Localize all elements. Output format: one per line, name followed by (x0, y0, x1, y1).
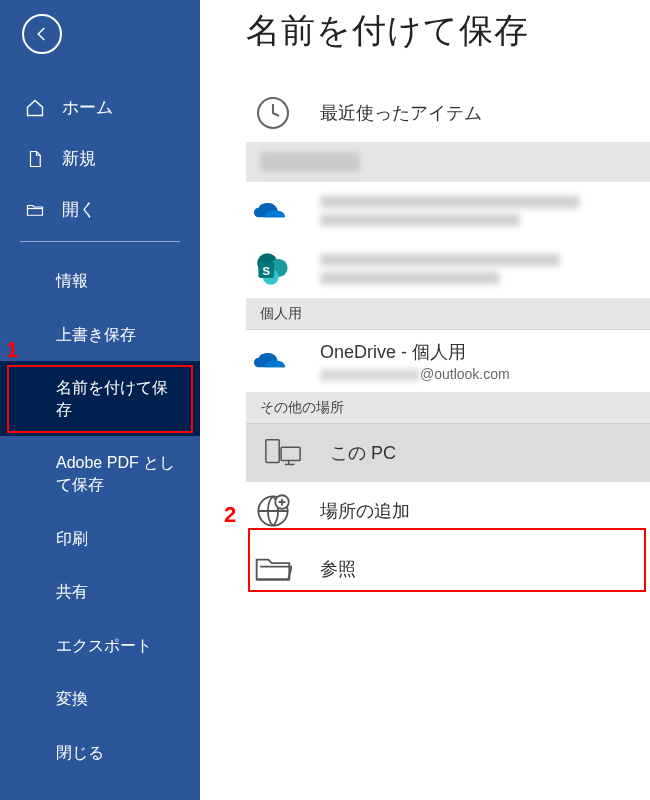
add-location-label: 場所の追加 (320, 499, 410, 523)
nav-save[interactable]: 上書き保存 (0, 308, 200, 362)
folder-icon (254, 550, 292, 588)
location-onedrive-work-1[interactable] (200, 182, 650, 240)
this-pc-icon (264, 434, 302, 472)
location-this-pc[interactable]: この PC (246, 424, 650, 482)
nav-print[interactable]: 印刷 (0, 512, 200, 566)
section-header-redacted (246, 142, 650, 182)
nav-info[interactable]: 情報 (0, 254, 200, 308)
back-button[interactable] (22, 14, 62, 54)
onedrive-icon (254, 192, 292, 230)
home-icon (24, 97, 46, 119)
folder-open-icon (24, 199, 46, 221)
add-location-icon (254, 492, 292, 530)
nav-save-adobe-pdf[interactable]: Adobe PDF として保存 (0, 436, 200, 511)
clock-icon (254, 94, 292, 132)
sharepoint-icon: S (254, 250, 292, 288)
nav-close[interactable]: 閉じる (0, 726, 200, 780)
nav-new-label: 新規 (62, 147, 96, 170)
location-sharepoint[interactable]: S (200, 240, 650, 298)
svg-rect-6 (266, 440, 279, 463)
onedrive-personal-label: OneDrive - 個人用 (320, 340, 510, 364)
section-header-personal: 個人用 (246, 298, 650, 330)
onedrive-icon (254, 342, 292, 380)
location-recent[interactable]: 最近使ったアイテム (200, 84, 650, 142)
nav-new[interactable]: 新規 (0, 133, 200, 184)
backstage-sidebar: ホーム 新規 開く 情報 上書き保存 名前を付けて保存 Adobe PDF とし… (0, 0, 200, 800)
nav-export[interactable]: エクスポート (0, 619, 200, 673)
nav-home-label: ホーム (62, 96, 113, 119)
file-icon (24, 148, 46, 170)
nav-home[interactable]: ホーム (0, 82, 200, 133)
main-panel: 名前を付けて保存 最近使ったアイテム S 個人用 (200, 0, 650, 800)
location-browse[interactable]: 参照 (200, 540, 650, 598)
svg-rect-7 (281, 447, 300, 460)
nav-open-label: 開く (62, 198, 96, 221)
browse-label: 参照 (320, 557, 356, 581)
nav-share[interactable]: 共有 (0, 565, 200, 619)
arrow-left-icon (33, 25, 51, 43)
nav-save-as[interactable]: 名前を付けて保存 (0, 361, 200, 436)
this-pc-label: この PC (330, 441, 396, 465)
location-onedrive-personal[interactable]: OneDrive - 個人用 @outlook.com (200, 330, 650, 392)
svg-text:S: S (262, 265, 270, 277)
location-add-place[interactable]: 場所の追加 (200, 482, 650, 540)
annotation-number-2: 2 (224, 502, 236, 528)
location-recent-label: 最近使ったアイテム (320, 101, 482, 125)
annotation-number-1: 1 (6, 337, 18, 363)
nav-transform[interactable]: 変換 (0, 672, 200, 726)
onedrive-personal-email: @outlook.com (320, 366, 510, 382)
nav-open[interactable]: 開く (0, 184, 200, 235)
redacted-text (320, 254, 560, 284)
sidebar-divider (20, 241, 180, 242)
page-title: 名前を付けて保存 (200, 8, 650, 54)
redacted-text (320, 196, 580, 226)
section-header-other: その他の場所 (246, 392, 650, 424)
